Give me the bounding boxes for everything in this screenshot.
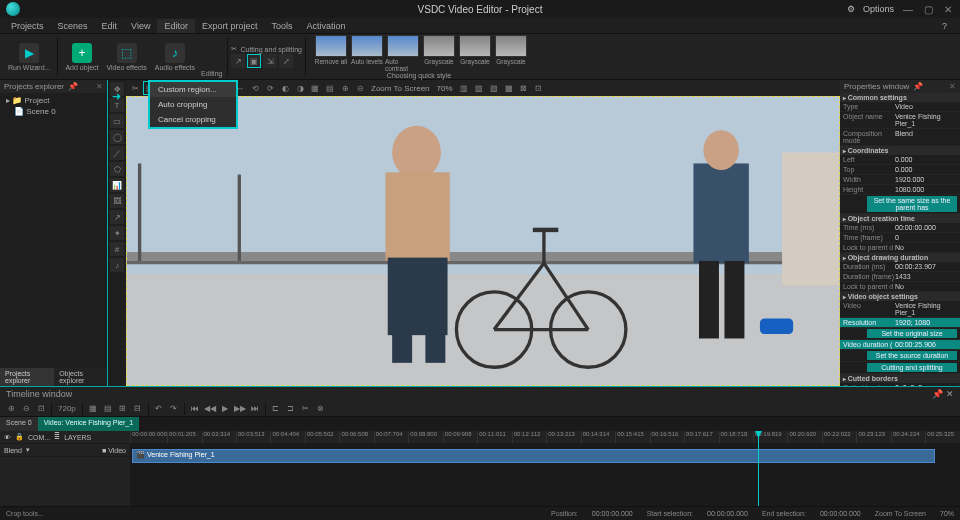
sec-common[interactable]: Common settings	[840, 93, 960, 102]
tool-line[interactable]: ／	[110, 146, 124, 160]
tool-rect[interactable]: ▭	[110, 114, 124, 128]
add-object-button[interactable]: +Add object	[61, 42, 102, 72]
menu-view[interactable]: View	[124, 19, 157, 33]
thumb-grayscale-1[interactable]: Grayscale	[421, 35, 457, 65]
tb-b2[interactable]: ▧	[472, 81, 486, 95]
tool-spray[interactable]: ✦	[110, 226, 124, 240]
tl-step-back[interactable]: ◀◀	[203, 402, 217, 416]
tl-step-fwd[interactable]: ▶▶	[233, 402, 247, 416]
sec-ctime[interactable]: Object creation time	[840, 214, 960, 223]
help-icon[interactable]: ?	[935, 19, 954, 33]
pin-icon-2[interactable]: 📌	[913, 82, 923, 91]
tl-t6[interactable]: ↷	[167, 402, 181, 416]
tl-zoom-in[interactable]: ⊕	[4, 402, 18, 416]
tb-b1[interactable]: ▥	[457, 81, 471, 95]
panel-close-icon[interactable]: ✕	[96, 82, 103, 91]
audio-effects-button[interactable]: ♪Audio effects	[151, 42, 199, 72]
video-effects-button[interactable]: ⬚Video effects	[103, 42, 151, 72]
timeline-tracks[interactable]: 00:00:00:00000:01:20500:02:31400:03:5130…	[130, 431, 960, 506]
tb-a6[interactable]: ⟳	[263, 81, 277, 95]
tree-project[interactable]: ▸ 📁 Project	[4, 95, 103, 106]
tl-t5[interactable]: ↶	[152, 402, 166, 416]
tree-scene-0[interactable]: 📄 Scene 0	[4, 106, 103, 117]
menu-tools[interactable]: Tools	[264, 19, 299, 33]
timeline-ruler[interactable]: 00:00:00:00000:01:20500:02:31400:03:5130…	[130, 431, 960, 443]
tb-a8[interactable]: ◑	[293, 81, 307, 95]
tl-pin-icon[interactable]: 📌	[932, 389, 943, 399]
maximize-button[interactable]: ▢	[922, 4, 934, 15]
gear-icon[interactable]	[847, 4, 855, 14]
tl-res[interactable]: 720p	[55, 402, 79, 416]
tb-a7[interactable]: ◐	[278, 81, 292, 95]
tl-t8[interactable]: ⊐	[284, 402, 298, 416]
tl-close-icon[interactable]: ✕	[946, 389, 954, 399]
tl-t2[interactable]: ▤	[101, 402, 115, 416]
sec-ddur[interactable]: Object drawing duration	[840, 253, 960, 262]
btn-cut-split[interactable]: Cutting and splitting	[867, 363, 957, 372]
sec-cutb[interactable]: Cutted borders	[840, 374, 960, 383]
tb-a11[interactable]: ⊕	[338, 81, 352, 95]
options-label[interactable]: Options	[863, 4, 894, 14]
tl-zoom-out[interactable]: ⊖	[19, 402, 33, 416]
tb-b4[interactable]: ▩	[502, 81, 516, 95]
tl-t7[interactable]: ⊏	[269, 402, 283, 416]
tab-projects-explorer[interactable]: Projects explorer	[0, 368, 54, 386]
tool-d[interactable]: ⤢	[279, 54, 293, 68]
thumb-grayscale-3[interactable]: Grayscale	[493, 35, 529, 65]
tb-b5[interactable]: ⊠	[517, 81, 531, 95]
tb-a10[interactable]: ▤	[323, 81, 337, 95]
thumb-grayscale-2[interactable]: Grayscale	[457, 35, 493, 65]
sec-coords[interactable]: Coordinates	[840, 146, 960, 155]
crop-tool-button[interactable]: ▣	[247, 54, 261, 68]
thumb-remove-all[interactable]: Remove all	[313, 35, 349, 65]
dropdown-cancel-cropping[interactable]: Cancel cropping	[150, 112, 236, 127]
tool-a[interactable]: ↗	[231, 54, 245, 68]
tb-a5[interactable]: ⟲	[248, 81, 262, 95]
menu-projects[interactable]: Projects	[4, 19, 51, 33]
close-button[interactable]: ✕	[942, 4, 954, 15]
tl-t1[interactable]: ▦	[86, 402, 100, 416]
panel-close-icon-2[interactable]: ✕	[949, 82, 956, 91]
eye-icon[interactable]: 👁	[4, 434, 11, 441]
menu-activation[interactable]: Activation	[299, 19, 352, 33]
menu-scenes[interactable]: Scenes	[51, 19, 95, 33]
minimize-button[interactable]: —	[902, 4, 914, 15]
tl-play[interactable]: ▶	[218, 402, 232, 416]
tb-b6[interactable]: ⊡	[532, 81, 546, 95]
tool-arrow[interactable]: ↗	[110, 210, 124, 224]
tool-counter[interactable]: #	[110, 242, 124, 256]
dropdown-custom-region[interactable]: Custom region...	[150, 82, 236, 97]
tb-b3[interactable]: ▨	[487, 81, 501, 95]
tab-objects-explorer[interactable]: Objects explorer	[54, 368, 107, 386]
thumb-auto-levels[interactable]: Auto levels	[349, 35, 385, 65]
menu-edit[interactable]: Edit	[95, 19, 125, 33]
menu-export[interactable]: Export project	[195, 19, 265, 33]
tl-tab-scene[interactable]: Scene 0	[0, 417, 38, 431]
zoom-label[interactable]: Zoom To Screen	[368, 84, 433, 93]
video-preview[interactable]	[126, 96, 840, 386]
tb-a9[interactable]: ▦	[308, 81, 322, 95]
tool-audio[interactable]: ♪	[110, 258, 124, 272]
tb-a12[interactable]: ⊖	[353, 81, 367, 95]
tl-go-start[interactable]: ⏮	[188, 402, 202, 416]
thumb-auto-contrast[interactable]: Auto contrast	[385, 35, 421, 72]
tl-go-end[interactable]: ⏭	[248, 402, 262, 416]
tl-tab-video[interactable]: Video: Venice Fishing Pier_1	[38, 417, 139, 431]
tl-t3[interactable]: ⊞	[116, 402, 130, 416]
tl-t4[interactable]: ⊟	[131, 402, 145, 416]
tb-cut[interactable]: ✂	[128, 81, 142, 95]
tl-fit[interactable]: ⊡	[34, 402, 48, 416]
btn-src-dur[interactable]: Set the source duration	[867, 351, 957, 360]
dropdown-auto-cropping[interactable]: Auto cropping	[150, 97, 236, 112]
tool-ellipse[interactable]: ◯	[110, 130, 124, 144]
pin-icon[interactable]: 📌	[68, 82, 78, 91]
sec-vobj[interactable]: Video object settings	[840, 292, 960, 301]
layers-icon[interactable]: ≣	[54, 433, 60, 441]
playhead[interactable]	[758, 431, 759, 506]
run-wizard-button[interactable]: ▶Run Wizard...	[4, 42, 54, 72]
zoom-value[interactable]: 70%	[434, 84, 456, 93]
tool-image[interactable]: 🖼	[110, 194, 124, 208]
lock-icon[interactable]: 🔒	[15, 433, 24, 441]
tool-c[interactable]: ⇲	[263, 54, 277, 68]
timeline-clip[interactable]: 🎬 Venice Fishing Pier_1	[132, 449, 935, 463]
